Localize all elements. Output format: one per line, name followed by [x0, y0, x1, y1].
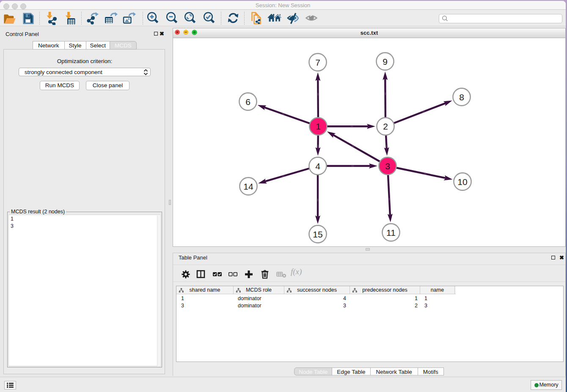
svg-text:10: 10	[457, 177, 467, 187]
svg-text:2: 2	[383, 121, 388, 131]
svg-text:9: 9	[383, 57, 388, 66]
svg-text:8: 8	[459, 92, 464, 102]
svg-text:3: 3	[385, 161, 390, 171]
svg-text:4: 4	[315, 161, 320, 171]
svg-text:14: 14	[243, 182, 253, 191]
svg-text:11: 11	[386, 228, 396, 237]
svg-text:7: 7	[315, 58, 320, 67]
svg-text:15: 15	[313, 229, 322, 239]
svg-text:6: 6	[245, 97, 250, 107]
svg-text:1: 1	[316, 121, 321, 131]
